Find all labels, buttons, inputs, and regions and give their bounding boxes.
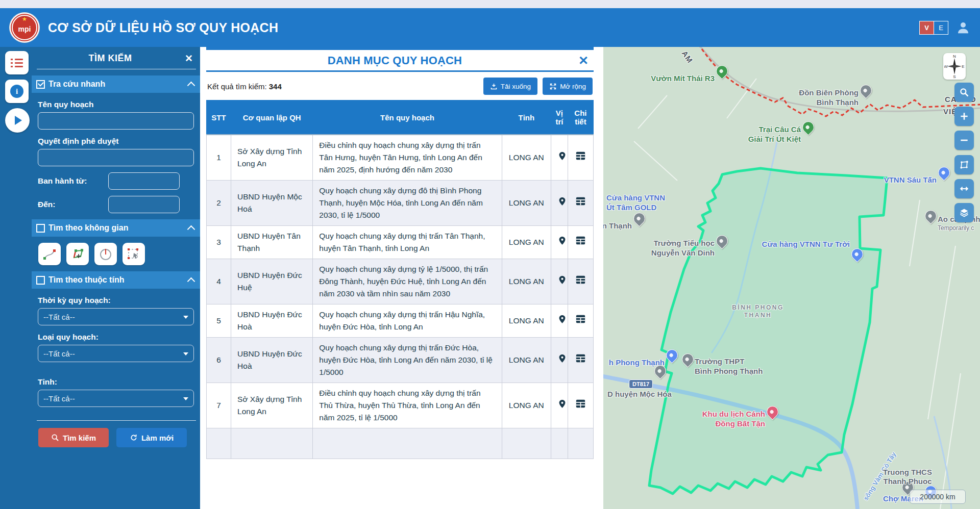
location-pin-icon[interactable]	[557, 274, 567, 286]
select-rectangle-tool[interactable]	[122, 243, 145, 265]
detail-grid-icon[interactable]	[575, 275, 586, 285]
cell-detail	[568, 259, 593, 304]
cell-agency: UBND Huyện Đức Huệ	[231, 259, 313, 304]
menu-list-button[interactable]	[5, 51, 29, 74]
plan-name-input[interactable]	[38, 112, 194, 130]
map-label: Trường Tiểu họcNguyễn Văn Dinh	[651, 239, 715, 258]
result-count: 344	[269, 82, 282, 91]
chevron-up-icon	[187, 277, 195, 285]
map-label: VTNN Sáu Tấn	[884, 175, 937, 185]
select-rect-icon	[126, 246, 141, 262]
detail-grid-icon[interactable]	[575, 236, 586, 245]
refresh-icon	[130, 434, 138, 442]
col-province: Tỉnh	[502, 100, 551, 135]
polyline-icon	[42, 246, 57, 262]
location-pin-icon[interactable]	[557, 235, 567, 246]
period-label: Thời kỳ quy hoạch:	[38, 296, 200, 305]
cell-location	[551, 383, 568, 428]
selected-plan-polygon	[649, 168, 887, 494]
minus-icon	[959, 135, 969, 145]
chevron-up-icon	[187, 225, 195, 233]
logo-star-icon: ★	[22, 16, 27, 22]
search-button[interactable]: Tìm kiếm	[38, 428, 109, 447]
table-row: 2UBND Huyện Mộc HoáQuy hoạch chung xây d…	[207, 181, 594, 226]
user-icon[interactable]	[955, 20, 971, 35]
spatial-search-checkbox[interactable]	[36, 224, 45, 233]
location-pin-icon[interactable]	[557, 353, 567, 364]
map-label: Đồn Biên PhòngBình Thạnh	[799, 88, 859, 108]
map-search-button[interactable]	[954, 83, 974, 102]
map-label: Khu du lịch CánhĐồng Bất Tận	[702, 410, 765, 429]
cell-plan-name: Quy hoạch chung xây dựng tỷ lệ 1/5000, t…	[313, 259, 502, 304]
expand-icon	[549, 83, 557, 90]
panel-close-icon[interactable]: ✕	[578, 55, 589, 67]
map-label: Trại Câu CáGiải Trí Út Kiệt	[748, 125, 801, 144]
download-button[interactable]: Tải xuống	[483, 78, 537, 95]
location-pin-icon[interactable]	[557, 398, 567, 410]
layers-button[interactable]	[954, 203, 974, 222]
detail-grid-icon[interactable]	[575, 151, 586, 161]
zoom-in-button[interactable]	[954, 107, 974, 126]
col-agency: Cơ quan lập QH	[231, 100, 313, 135]
cell-plan-name: Điều chỉnh quy hoạch chung xây dựng thị …	[313, 383, 502, 428]
info-button[interactable]: i	[5, 80, 29, 103]
cell-agency: Sở Xây dựng Tỉnh Long An	[231, 383, 313, 428]
chevron-down-icon	[183, 316, 188, 319]
detail-grid-icon[interactable]	[575, 314, 586, 324]
cell-province: LONG AN	[502, 226, 551, 259]
map-label: D huyện Mộc Hóa	[607, 390, 672, 399]
plan-table: STT Cơ quan lập QH Tên quy hoạch Tỉnh Vị…	[206, 100, 594, 459]
quick-search-checkbox[interactable]	[36, 80, 45, 89]
compass-rose: N S E W	[943, 53, 966, 80]
period-select[interactable]: --Tất cả--	[38, 308, 194, 325]
col-detail: Chi tiết	[568, 100, 593, 135]
issued-to-input[interactable]	[108, 196, 180, 213]
detail-grid-icon[interactable]	[575, 196, 586, 206]
map-label: Cửa hàng VTNNÚt Tâm GOLD	[606, 193, 665, 213]
cell-detail	[568, 226, 593, 259]
map-canvas[interactable]: Vườn Mít Thái R3Đồn Biên PhòngBình Thạnh…	[603, 47, 980, 509]
issued-from-input[interactable]	[108, 172, 180, 190]
cell-agency: UBND Huyện Tân Thạnh	[231, 226, 313, 259]
table-row-partial	[207, 428, 594, 459]
lang-en-button[interactable]: E	[934, 21, 948, 34]
detail-grid-icon[interactable]	[575, 353, 586, 363]
zoom-out-button[interactable]	[954, 131, 974, 150]
plan-list-panel: DANH MỤC QUY HOẠCH ✕ Kết quả tìm kiếm:34…	[206, 47, 594, 459]
draw-line-tool[interactable]	[38, 243, 61, 265]
cell-plan-name: Quy hoạch chung xây dựng thị trấn Tân Th…	[313, 226, 502, 259]
download-icon	[490, 83, 498, 90]
reset-button[interactable]: Làm mới	[116, 428, 187, 447]
section-spatial-search[interactable]: Tìm theo không gian	[32, 219, 200, 237]
sidebar-close-icon[interactable]: ✕	[185, 54, 193, 63]
play-arrow-icon	[15, 116, 22, 125]
province-select[interactable]: --Tất cả--	[38, 390, 194, 407]
expand-button[interactable]: Mở rộng	[543, 78, 593, 95]
draw-circle-tool[interactable]	[94, 243, 117, 265]
lang-vi-button[interactable]: V	[920, 21, 934, 34]
attribute-search-checkbox[interactable]	[36, 276, 45, 285]
svg-text:S: S	[953, 74, 955, 79]
cell-agency: Sở Xây dựng Tỉnh Long An	[231, 135, 313, 181]
cell-plan-name: Quy hoạch chung xây dựng thị trấn Hậu Ng…	[313, 304, 502, 338]
polygon-icon	[70, 246, 85, 262]
language-toggle: V E	[919, 21, 948, 35]
location-pin-icon[interactable]	[557, 314, 567, 325]
select-area-button[interactable]	[954, 155, 974, 174]
location-pin-icon[interactable]	[557, 150, 567, 162]
result-count-text: Kết quả tìm kiếm:344	[207, 82, 282, 91]
collapse-panel-button[interactable]	[5, 108, 30, 133]
section-quick-search[interactable]: Tra cứu nhanh	[32, 75, 200, 93]
cell-province: LONG AN	[502, 135, 551, 181]
section-attribute-search[interactable]: Tìm theo thuộc tính	[32, 271, 200, 289]
approval-decision-input[interactable]	[38, 149, 194, 166]
detail-grid-icon[interactable]	[575, 399, 586, 409]
plan-type-select[interactable]: --Tất cả--	[38, 345, 194, 362]
polygon-select-icon	[959, 160, 969, 170]
measure-button[interactable]	[954, 179, 974, 198]
cell-location	[551, 338, 568, 383]
app-header: ★ mpi CƠ SỞ DỮ LIỆU HỒ SƠ QUY HOẠCH V E	[0, 8, 980, 47]
chevron-up-icon	[187, 81, 195, 89]
draw-polygon-tool[interactable]	[66, 243, 89, 265]
location-pin-icon[interactable]	[557, 196, 567, 207]
